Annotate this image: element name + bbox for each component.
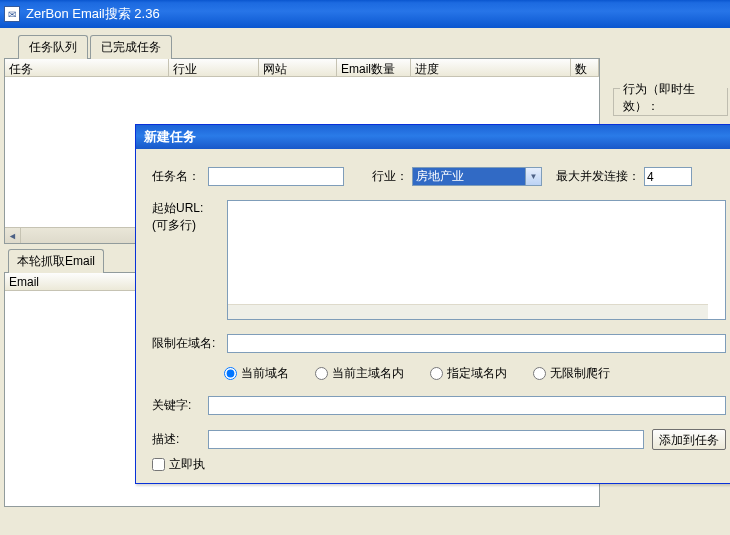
label-maxconn: 最大并发连接： — [556, 168, 640, 185]
col-industry[interactable]: 行业 — [169, 59, 259, 76]
radio-current-domain[interactable]: 当前域名 — [224, 365, 289, 382]
starturl-textarea[interactable] — [227, 200, 726, 320]
col-site[interactable]: 网站 — [259, 59, 337, 76]
task-grid-header: 任务 行业 网站 Email数量 进度 数 — [5, 59, 599, 77]
tab-grabbed-email[interactable]: 本轮抓取Email — [8, 249, 104, 273]
new-task-dialog: 新建任务 任务名： 行业： 房地产业 ▼ 最大并发连接： 起始URL: (可多行 — [135, 124, 730, 484]
maxconn-input[interactable] — [644, 167, 692, 186]
dialog-titlebar[interactable]: 新建任务 — [136, 125, 730, 149]
tab-done-tasks[interactable]: 已完成任务 — [90, 35, 172, 59]
titlebar: ✉ ZerBon Email搜索 2.36 — [0, 0, 730, 28]
col-emailcount[interactable]: Email数量 — [337, 59, 411, 76]
domain-input[interactable] — [227, 334, 726, 353]
main-area: 任务队列 已完成任务 任务 行业 网站 Email数量 进度 数 ◄ 本轮抓取E… — [0, 28, 730, 535]
textarea-hscroll[interactable] — [228, 304, 708, 319]
keyword-input[interactable] — [208, 396, 726, 415]
add-to-task-button[interactable]: 添加到任务 — [652, 429, 726, 450]
taskname-input[interactable] — [208, 167, 344, 186]
col-task[interactable]: 任务 — [5, 59, 169, 76]
col-num[interactable]: 数 — [571, 59, 599, 76]
groupbox-legend: 行为（即时生效）： — [620, 81, 727, 115]
industry-combo[interactable]: 房地产业 ▼ — [412, 167, 542, 186]
chevron-down-icon[interactable]: ▼ — [525, 168, 541, 185]
scroll-left-icon[interactable]: ◄ — [5, 228, 21, 243]
exec-now-checkbox[interactable]: 立即执 — [152, 456, 205, 473]
radio-specified-domain[interactable]: 指定域名内 — [430, 365, 507, 382]
behaviour-groupbox: 行为（即时生效）： — [613, 88, 728, 116]
window-title: ZerBon Email搜索 2.36 — [26, 5, 160, 23]
domain-scope-radios: 当前域名 当前主域名内 指定域名内 无限制爬行 — [224, 365, 726, 382]
radio-current-main-domain[interactable]: 当前主域名内 — [315, 365, 404, 382]
label-domain: 限制在域名: — [152, 335, 227, 352]
tab-task-queue[interactable]: 任务队列 — [18, 35, 88, 59]
radio-unlimited-crawl[interactable]: 无限制爬行 — [533, 365, 610, 382]
task-tabs: 任务队列 已完成任务 — [18, 34, 726, 58]
col-progress[interactable]: 进度 — [411, 59, 571, 76]
desc-input[interactable] — [208, 430, 644, 449]
label-industry: 行业： — [372, 168, 408, 185]
dialog-title: 新建任务 — [144, 128, 196, 146]
label-desc: 描述: — [152, 431, 208, 448]
app-icon: ✉ — [4, 6, 20, 22]
label-keyword: 关键字: — [152, 397, 208, 414]
industry-value: 房地产业 — [416, 168, 464, 185]
label-taskname: 任务名： — [152, 168, 208, 185]
label-starturl: 起始URL: (可多行) — [152, 200, 227, 234]
